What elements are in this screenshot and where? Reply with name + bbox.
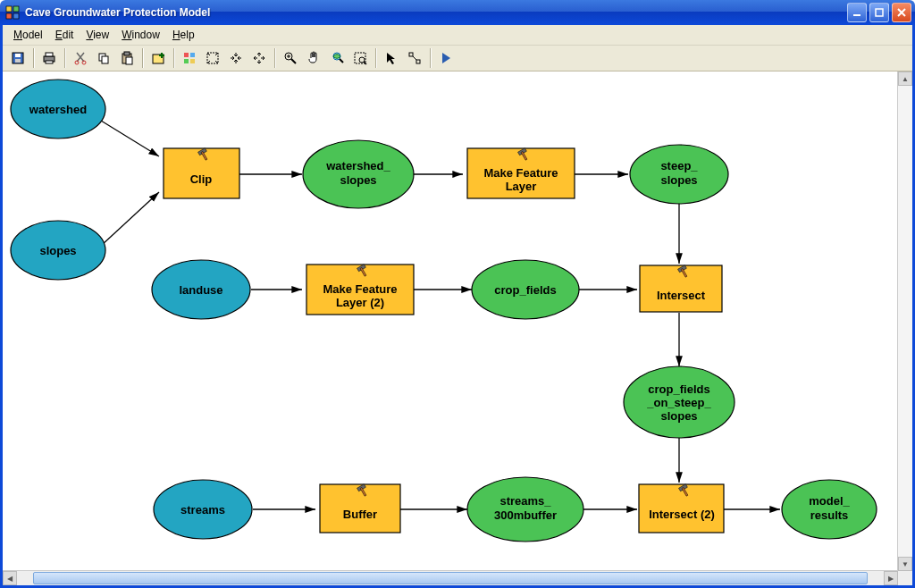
svg-text:landuse: landuse bbox=[179, 283, 222, 297]
node-streams[interactable]: streams bbox=[154, 480, 252, 539]
window-title: Cave Groundwater Protection Model bbox=[25, 6, 847, 19]
node-watershed-slopes[interactable]: watershed_ slopes bbox=[303, 140, 414, 208]
node-model-results[interactable]: model_ results bbox=[782, 480, 877, 539]
svg-text:Buffer: Buffer bbox=[343, 508, 377, 521]
svg-rect-29 bbox=[409, 53, 413, 56]
scroll-left-icon[interactable]: ◀ bbox=[3, 571, 17, 585]
horizontal-scrollbar[interactable]: ◀ ▶ bbox=[3, 570, 898, 585]
zoom-selection-icon[interactable] bbox=[349, 47, 371, 69]
auto-layout-icon[interactable] bbox=[179, 47, 200, 69]
menubar: Model Edit View Window Help bbox=[3, 25, 912, 46]
cut-icon[interactable] bbox=[70, 47, 91, 69]
svg-rect-4 bbox=[853, 14, 860, 16]
node-landuse[interactable]: landuse bbox=[152, 260, 250, 319]
scrollbar-corner bbox=[898, 571, 912, 585]
svg-text:slopes: slopes bbox=[660, 173, 697, 187]
run-icon[interactable] bbox=[435, 47, 457, 69]
layout-arrows-out-icon[interactable] bbox=[248, 47, 270, 69]
select-tool-icon[interactable] bbox=[381, 47, 402, 69]
vertical-scrollbar[interactable]: ▲ ▼ bbox=[897, 71, 912, 571]
scroll-up-icon[interactable]: ▲ bbox=[898, 71, 912, 86]
node-watershed[interactable]: watershed bbox=[11, 80, 105, 139]
zoom-extent-icon[interactable] bbox=[326, 47, 348, 69]
toolbar bbox=[3, 46, 912, 71]
app-icon bbox=[5, 5, 20, 20]
svg-text:Make Feature: Make Feature bbox=[483, 166, 558, 180]
layout-arrows-in-icon[interactable] bbox=[225, 47, 247, 69]
node-intersect-2[interactable]: Intersect (2) bbox=[639, 484, 724, 533]
svg-rect-10 bbox=[46, 53, 53, 56]
node-steep-slopes[interactable]: steep_ slopes bbox=[630, 145, 728, 204]
svg-text:300mbuffer: 300mbuffer bbox=[494, 508, 557, 522]
svg-text:slopes: slopes bbox=[340, 173, 376, 187]
svg-text:_on_steep_: _on_steep_ bbox=[646, 396, 711, 409]
menu-edit[interactable]: Edit bbox=[50, 27, 80, 43]
svg-text:watershed: watershed bbox=[29, 103, 87, 116]
model-canvas[interactable]: watershed slopes Clip watershed_ slopes bbox=[3, 71, 898, 571]
svg-text:Clip: Clip bbox=[190, 172, 213, 186]
svg-rect-3 bbox=[13, 13, 19, 19]
window-maximize-button[interactable] bbox=[869, 3, 889, 22]
window-close-button[interactable] bbox=[892, 3, 911, 22]
svg-text:slopes: slopes bbox=[39, 244, 76, 257]
svg-rect-21 bbox=[190, 53, 195, 57]
node-crop-fields-on-steep-slopes[interactable]: crop_fields _on_steep_ slopes bbox=[624, 366, 735, 438]
svg-rect-5 bbox=[876, 9, 883, 16]
svg-rect-11 bbox=[46, 61, 53, 63]
svg-text:streams: streams bbox=[180, 503, 225, 517]
svg-rect-1 bbox=[13, 6, 19, 12]
svg-text:Intersect: Intersect bbox=[657, 289, 706, 302]
svg-text:watershed_: watershed_ bbox=[325, 159, 390, 172]
add-data-icon[interactable] bbox=[147, 47, 169, 69]
svg-rect-2 bbox=[6, 13, 12, 19]
pan-icon[interactable] bbox=[303, 47, 324, 69]
svg-text:crop_fields: crop_fields bbox=[494, 283, 556, 297]
connect-tool-icon[interactable] bbox=[404, 47, 425, 69]
svg-rect-23 bbox=[190, 59, 195, 63]
node-intersect[interactable]: Intersect bbox=[640, 265, 722, 312]
svg-text:Layer (2): Layer (2) bbox=[336, 296, 384, 309]
window-minimize-button[interactable] bbox=[847, 3, 867, 22]
menu-help[interactable]: Help bbox=[167, 27, 200, 43]
node-streams-300mbuffer[interactable]: streams_ 300mbuffer bbox=[467, 477, 583, 542]
menu-model[interactable]: Model bbox=[8, 27, 48, 43]
zoom-in-icon[interactable] bbox=[280, 47, 301, 69]
flowchart-svg: watershed slopes Clip watershed_ slopes bbox=[3, 71, 898, 568]
node-make-feature-layer-2[interactable]: Make Feature Layer (2) bbox=[306, 265, 414, 315]
node-buffer[interactable]: Buffer bbox=[320, 484, 400, 533]
node-slopes[interactable]: slopes bbox=[11, 221, 105, 280]
node-clip[interactable]: Clip bbox=[164, 148, 239, 198]
full-extent-icon[interactable] bbox=[202, 47, 223, 69]
menu-window[interactable]: Window bbox=[116, 27, 165, 43]
scroll-right-icon[interactable]: ▶ bbox=[884, 571, 898, 585]
svg-rect-15 bbox=[102, 56, 108, 63]
svg-text:streams_: streams_ bbox=[499, 494, 551, 508]
svg-text:Intersect (2): Intersect (2) bbox=[649, 508, 715, 521]
svg-text:steep_: steep_ bbox=[660, 159, 698, 172]
svg-rect-30 bbox=[416, 60, 420, 63]
menu-view[interactable]: View bbox=[80, 27, 114, 43]
svg-rect-0 bbox=[6, 6, 12, 12]
svg-rect-17 bbox=[124, 52, 130, 55]
svg-text:Layer: Layer bbox=[506, 180, 537, 193]
scroll-down-icon[interactable]: ▼ bbox=[898, 557, 912, 571]
node-make-feature-layer[interactable]: Make Feature Layer bbox=[467, 148, 575, 198]
svg-rect-20 bbox=[184, 53, 189, 57]
svg-text:Make Feature: Make Feature bbox=[323, 282, 397, 296]
svg-text:slopes: slopes bbox=[660, 409, 697, 423]
svg-text:results: results bbox=[810, 508, 849, 522]
node-crop-fields[interactable]: crop_fields bbox=[472, 260, 579, 319]
svg-text:crop_fields: crop_fields bbox=[648, 382, 709, 396]
window-titlebar: Cave Groundwater Protection Model bbox=[0, 0, 915, 25]
model-canvas-area: watershed slopes Clip watershed_ slopes bbox=[3, 71, 912, 585]
svg-rect-18 bbox=[126, 57, 132, 64]
svg-rect-22 bbox=[184, 59, 189, 63]
svg-text:model_: model_ bbox=[809, 494, 850, 508]
paste-icon[interactable] bbox=[116, 47, 138, 69]
save-icon[interactable] bbox=[7, 47, 29, 69]
print-icon[interactable] bbox=[38, 47, 60, 69]
svg-rect-7 bbox=[15, 54, 21, 57]
copy-icon[interactable] bbox=[93, 47, 114, 69]
svg-rect-8 bbox=[15, 59, 21, 63]
